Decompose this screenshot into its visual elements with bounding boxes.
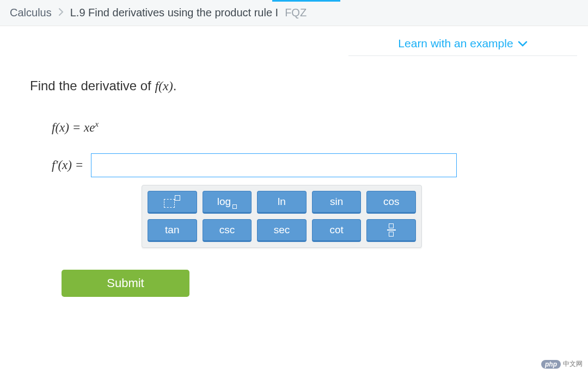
fp-f: f′ <box>52 158 58 172</box>
footer-text: 中文网 <box>563 359 583 369</box>
chevron-down-icon <box>518 40 528 47</box>
learn-label: Learn with an example <box>398 37 513 50</box>
key-sin[interactable]: sin <box>312 191 362 214</box>
fp-x: x <box>62 158 68 172</box>
footer-badge: php 中文网 <box>541 359 583 369</box>
key-cos[interactable]: cos <box>366 191 416 214</box>
question-prompt: Find the derivative of f(x). <box>30 78 558 94</box>
eq-x: x <box>59 121 65 134</box>
breadcrumb-skill: L.9 Find derivatives using the product r… <box>70 7 278 19</box>
key-sec-label: sec <box>274 224 290 236</box>
answer-input[interactable] <box>91 153 457 177</box>
key-cot[interactable]: cot <box>312 219 362 242</box>
fprime-label: f′(x) = <box>52 158 83 172</box>
math-keypad: log ln sin cos tan csc sec cot <box>142 185 422 248</box>
fp-close: ) = <box>68 158 83 172</box>
key-log[interactable]: log <box>203 191 252 214</box>
fp-open: ( <box>58 158 62 172</box>
prompt-suffix: . <box>173 78 177 93</box>
key-cos-label: cos <box>383 196 400 208</box>
breadcrumb: Calculus L.9 Find derivatives using the … <box>0 0 588 26</box>
key-log-label: log <box>217 196 231 208</box>
key-ln[interactable]: ln <box>257 191 307 214</box>
key-tan[interactable]: tan <box>148 219 197 242</box>
tab-accent <box>272 0 340 2</box>
learn-with-example-button[interactable]: Learn with an example <box>348 37 577 56</box>
eq-close: ) = <box>65 121 84 134</box>
breadcrumb-subject[interactable]: Calculus <box>10 7 52 19</box>
prompt-prefix: Find the derivative of <box>30 78 155 93</box>
eq-xe: xe <box>84 121 95 134</box>
submit-button[interactable]: Submit <box>62 270 189 297</box>
eq-sup: x <box>95 120 99 128</box>
breadcrumb-code: FQZ <box>285 7 307 19</box>
key-sec[interactable]: sec <box>257 219 307 242</box>
key-exponent[interactable] <box>148 191 197 214</box>
php-pill: php <box>541 360 561 369</box>
given-function: f(x) = xex <box>52 120 558 135</box>
eq-open: ( <box>55 121 59 134</box>
key-fraction[interactable] <box>366 219 416 242</box>
prompt-fx: f(x) <box>155 79 173 93</box>
key-csc-label: csc <box>219 224 235 236</box>
key-ln-label: ln <box>278 196 286 208</box>
chevron-right-icon <box>58 7 64 19</box>
key-tan-label: tan <box>165 224 179 236</box>
key-cot-label: cot <box>329 224 343 236</box>
key-sin-label: sin <box>330 196 343 208</box>
exponent-icon <box>162 194 182 209</box>
fraction-icon <box>387 223 396 237</box>
key-csc[interactable]: csc <box>203 219 252 242</box>
